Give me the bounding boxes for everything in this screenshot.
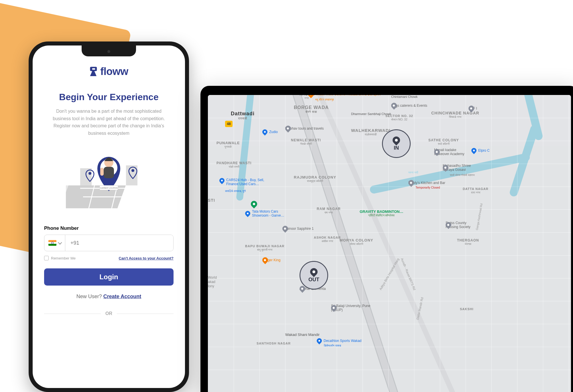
- remember-me-label: Remember Me: [51, 256, 76, 260]
- poi-elpro[interactable]: Elpro C: [471, 148, 490, 153]
- poi-sbup[interactable]: Sri Balaji University, Pune (SBUP): [331, 304, 371, 312]
- new-user-prefix: New User?: [76, 294, 103, 299]
- route-shield-48: 48: [225, 121, 233, 127]
- map-view[interactable]: 48 NAGARनगर Dattwadiदत्तवाडी BORGE WADAब…: [208, 95, 571, 392]
- poi-gravity[interactable]: GRAVITY BADMINTON…ग्रॅविटी बॅडमिंटन कॉम्…: [360, 209, 403, 217]
- shop-pin-icon: [218, 177, 225, 184]
- app-logo-text: floww: [100, 66, 128, 78]
- area-rajmudra: RAJMUDRA COLONYराजमुद्रा कॉलनी: [294, 175, 336, 183]
- map-background: 48 NAGARनगर Dattwadiदत्तवाडी BORGE WADAब…: [208, 95, 571, 392]
- india-flag-icon: [48, 240, 56, 246]
- label-dharmveer: Dharmveer Sambhaji Chowk: [351, 112, 391, 116]
- poi-vaibhav[interactable]: Vaibhav tours and travels: [285, 126, 324, 130]
- checkin-marker[interactable]: IN: [382, 129, 411, 158]
- poi-monali[interactable]: Monali kadake Makeover Academy: [434, 148, 471, 156]
- area-ram-nagar: RAM NAGARराम नगर: [317, 207, 341, 214]
- area-newale: NEWALE WASTIनेवाळे वस्ती: [291, 138, 321, 146]
- create-account-link[interactable]: Create Account: [103, 294, 141, 299]
- svg-rect-12: [104, 167, 114, 178]
- area-ashok-nagar: ASHOK NAGARअशोक नगर: [314, 235, 341, 243]
- login-button[interactable]: Login: [44, 268, 174, 286]
- poi-kohinoor[interactable]: Kohinoor Sapphire 1: [282, 227, 314, 231]
- area-santhosh: SANTHOSH NAGAR: [257, 341, 291, 345]
- area-thergaon: THERGAONथेरगाव: [457, 238, 479, 246]
- svg-point-9: [131, 169, 134, 172]
- label-world: Worldakadlony: [208, 275, 217, 288]
- shop-pin-icon: [244, 210, 251, 217]
- poi-skf[interactable]: SKF I: [468, 106, 477, 110]
- shop-pin-icon: [261, 128, 268, 135]
- poi-burger-king[interactable]: Burger King: [262, 258, 280, 262]
- area-morya: MORYA COLONYमोरया कॉलनी: [340, 238, 373, 246]
- area-sti: STI: [208, 198, 215, 203]
- pin-icon: [309, 266, 319, 277]
- area-sakshi: SAKSHI: [460, 307, 474, 311]
- poi-cars24[interactable]: CARS24 Hub - Buy, Sell, Finance Used Car…: [219, 178, 266, 186]
- checkout-label: OUT: [308, 277, 319, 283]
- poi-zudio[interactable]: Zudio: [262, 129, 278, 134]
- area-dattwadi: Dattwadiदत्तवाडी: [231, 111, 255, 120]
- poi-bluewater[interactable]: Blue Water Multi Cuisine Restaurant & Ba…: [308, 95, 380, 96]
- poi-mahasadhu-sub: साडी मोरया गोसावी महाराज: [450, 174, 474, 177]
- phone-notch: [82, 45, 136, 56]
- shop-pin-icon: [470, 147, 477, 154]
- page-heading: Begin Your Experience: [44, 92, 174, 102]
- poi-kings[interactable]: kings caterers & Events: [391, 104, 427, 108]
- poi-teddy[interactable]: Teddy's Kitchen and Bar: [408, 181, 445, 185]
- or-divider: OR: [44, 311, 174, 316]
- svg-point-8: [88, 172, 91, 175]
- cant-access-link[interactable]: Can't Access to your Account?: [119, 256, 174, 260]
- phone-number-input[interactable]: [65, 235, 173, 251]
- new-user-row: New User? Create Account: [44, 294, 174, 300]
- area-sathe: SATHE COLONYसाठे कॉलनी: [428, 138, 459, 146]
- phone-frame: floww Begin Your Experience Don't you wa…: [29, 41, 189, 392]
- poi-bluewater-sub: ब्लू वॉटर उपहारगृह: [315, 98, 334, 101]
- shop-pin-icon: [316, 337, 323, 344]
- svg-text:CURRENT LOCATION: CURRENT LOCATION: [100, 187, 117, 189]
- label-chintamani: Chintamani Chowk: [391, 95, 418, 98]
- area-borge-wada: BORGE WADAबोरगे वाडा: [294, 105, 329, 114]
- poi-teddy-status: Temporarily Closed: [416, 186, 440, 189]
- area-bapu: BAPU BUWAJI NAGARबापू बुवाजी नगर: [245, 244, 284, 252]
- poi-decathlon-sub: डिकॅथलॉन वाकड: [324, 344, 341, 347]
- area-datta-nagar: DATTA NAGARदत्ता नगर: [463, 187, 489, 194]
- remember-me-checkbox[interactable]: Remember Me: [44, 256, 76, 260]
- poi-swiss[interactable]: Swiss County Housing Society: [446, 221, 477, 229]
- phone-input-group: [44, 235, 174, 251]
- chevron-down-icon: [58, 241, 62, 245]
- tablet-frame: 48 NAGARनगर Dattwadiदत्तवाडी BORGE WADAब…: [200, 86, 573, 392]
- svg-rect-13: [100, 168, 104, 176]
- area-pandhare: PANDHARE WASTIपांढरे वस्ती: [216, 161, 251, 169]
- svg-rect-6: [80, 168, 92, 185]
- checkout-marker[interactable]: OUT: [300, 261, 328, 290]
- floww-logo-icon: [89, 66, 98, 77]
- poi-mahasadhu[interactable]: Mahasadhu Shree Moraya Gosavi: [443, 164, 480, 172]
- area-punawale: PUNAWALEपुनावळे: [216, 141, 240, 149]
- phone-field-label: Phone Number: [44, 225, 174, 231]
- phone-screen: floww Begin Your Experience Don't you wa…: [33, 45, 185, 388]
- pin-icon: [391, 135, 402, 145]
- area-chinchwade: CHINCHWADE NAGARचिंचवडे नगर: [431, 111, 479, 119]
- page-subtext: Don't you wanna be a part of the most so…: [44, 108, 174, 137]
- poi-tata[interactable]: Tata Motors Cars Showroom - Garve…: [245, 209, 289, 217]
- checkin-label: IN: [394, 145, 399, 151]
- app-logo: floww: [44, 66, 174, 78]
- river-label: पवना नदी: [408, 171, 418, 174]
- label-wakad-shani: Wakad Shani Mandir: [285, 332, 320, 337]
- country-code-selector[interactable]: [44, 235, 65, 251]
- location-illustration: CURRENT LOCATION: [44, 145, 174, 214]
- poi-decathlon[interactable]: Decathlon Sports Wakad: [317, 338, 361, 343]
- checkbox-icon: [44, 256, 49, 260]
- poi-cars24-sub: कार्स24 लायवड, पुणे: [225, 189, 246, 193]
